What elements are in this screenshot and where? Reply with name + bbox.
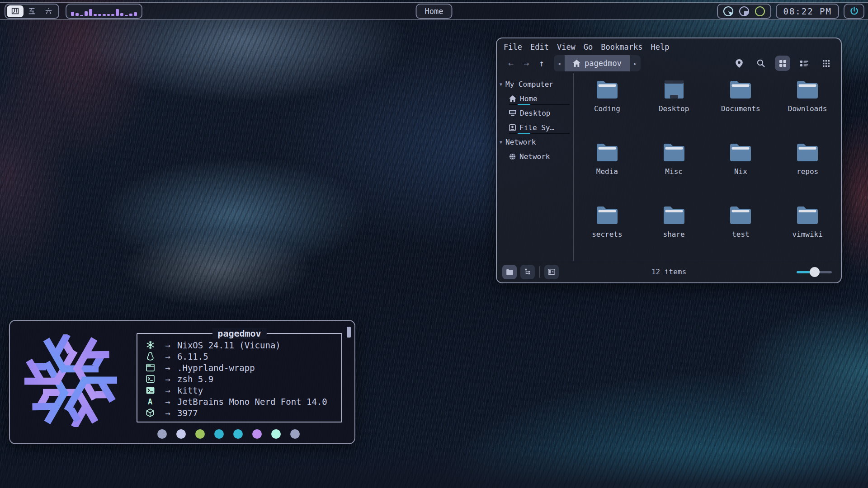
desktop-icon [509,110,516,116]
menu-help[interactable]: Help [646,42,673,52]
packages-value: 3977 [177,408,198,418]
sidebar-section-network[interactable]: ▼ Network [497,135,573,149]
compact-view-icon [823,60,830,67]
terminal-window: pagedmov → NixOS 24.11 (Vicuna) [9,320,355,444]
places-pane-button[interactable] [502,265,517,279]
list-view-button[interactable] [797,56,812,71]
places-folder-icon [506,269,514,275]
folder-misc[interactable]: Misc [662,139,686,202]
toggle-side-pane-button[interactable] [544,265,559,279]
sidebar-item-filesystem[interactable]: File Sy… [497,120,573,135]
menu-bookmarks[interactable]: Bookmarks [597,42,646,52]
sidebar-section-label: Network [505,138,536,146]
disk-gauge-icon[interactable] [722,5,734,17]
folder-label: Media [596,167,618,176]
sidebar-item-desktop[interactable]: Desktop [497,106,573,120]
folder-documents[interactable]: Documents [721,76,760,139]
folder-icon [662,142,686,162]
tree-pane-button[interactable] [520,265,535,279]
list-view-icon [800,60,808,67]
visualizer-bar [75,13,79,16]
icon-size-slider[interactable] [797,267,832,277]
workspace-4-button[interactable] [7,5,24,17]
visualizer-bar [116,9,119,16]
visualizer-bar [94,14,97,16]
visualizer-bar [107,14,110,16]
visualizer-bar [125,15,128,16]
window-title-label: Home [425,7,443,16]
folder-repos[interactable]: repos [796,139,819,202]
file-grid: Coding Desktop Documents [574,73,841,261]
workspace-5-button[interactable] [24,5,40,17]
path-scroll-right-button[interactable]: ▸ [630,60,641,67]
folder-vimwiki[interactable]: vimwiki [792,202,822,264]
back-button[interactable]: ← [503,58,519,69]
visualizer-bar [89,9,92,16]
shell-icon [146,375,155,383]
visualizer-bar [129,14,132,16]
menu-edit[interactable]: Edit [526,42,553,52]
folder-desktop[interactable]: Desktop [659,76,689,139]
compact-view-button[interactable] [818,56,834,71]
fastfetch-terminal-row: → kitty [142,385,341,396]
toolbar: ← → ↑ ◂ pagedmov ▸ [497,52,841,73]
nix-icon [146,341,155,349]
hostname-label: pagedmov [212,328,266,339]
folder-media[interactable]: Media [595,139,619,202]
location-button[interactable] [731,56,747,71]
visualizer-bar [134,12,137,16]
forward-button[interactable]: → [519,58,534,69]
wm-icon [146,364,155,371]
sidebar-section-label: My Computer [505,80,553,89]
icon-view-button[interactable] [775,56,790,71]
cpu-gauge-icon[interactable] [754,5,766,17]
menu-view[interactable]: View [553,42,580,52]
folder-secrets[interactable]: secrets [592,202,622,264]
path-scroll-left-button[interactable]: ◂ [554,60,565,67]
expander-icon[interactable]: ▼ [500,82,502,87]
status-bar: 12 items [497,261,841,282]
palette-dot [290,429,300,439]
top-bar: Home 08:22 PM [0,2,868,20]
fastfetch-panel: pagedmov → NixOS 24.11 (Vicuna) [137,333,342,422]
slider-knob[interactable] [810,267,820,277]
clock: 08:22 PM [776,4,839,19]
sidebar-item-network[interactable]: Network [497,149,573,164]
sidebar-item-home[interactable]: Home [497,91,573,106]
path-segment-home[interactable]: pagedmov [565,55,630,71]
folder-share[interactable]: share [662,202,686,264]
power-button[interactable] [844,4,864,19]
workspace-switcher [5,4,59,19]
folder-icon [729,142,752,162]
folder-label: vimwiki [792,230,822,239]
menu-go[interactable]: Go [580,42,597,52]
folder-label: repos [797,167,818,176]
places-sidebar: ▼ My Computer Home Desktop [497,73,573,261]
expander-icon[interactable]: ▼ [500,140,502,145]
sidebar-section-my-computer[interactable]: ▼ My Computer [497,77,573,91]
memory-gauge-icon[interactable] [738,5,750,17]
folder-coding[interactable]: Coding [594,76,620,139]
visualizer-bar [85,11,88,16]
terminal-value: kitty [177,385,203,395]
terminal-cursor [347,327,351,338]
up-button[interactable]: ↑ [534,58,549,69]
audio-visualizer [66,4,142,19]
folder-icon [595,80,619,99]
folder-label: Nix [734,167,747,176]
fastfetch-os-row: → NixOS 24.11 (Vicuna) [142,339,341,351]
menu-file[interactable]: File [500,42,526,52]
folder-downloads[interactable]: Downloads [788,76,827,139]
file-manager-window: File Edit View Go Bookmarks Help ← → ↑ ◂… [496,38,842,283]
workspace-6-button[interactable] [40,5,57,17]
folder-test[interactable]: test [729,202,752,264]
terminal-color-palette [157,429,300,439]
wm-value: .Hyprland-wrapp [177,363,255,373]
hide-sidebar-icon [548,269,555,275]
folder-nix[interactable]: Nix [729,139,752,202]
folder-label: share [663,230,685,239]
search-button[interactable] [753,56,769,71]
folder-label: Misc [665,167,683,176]
visualizer-bar [120,13,123,16]
toolbar-right [731,56,834,71]
